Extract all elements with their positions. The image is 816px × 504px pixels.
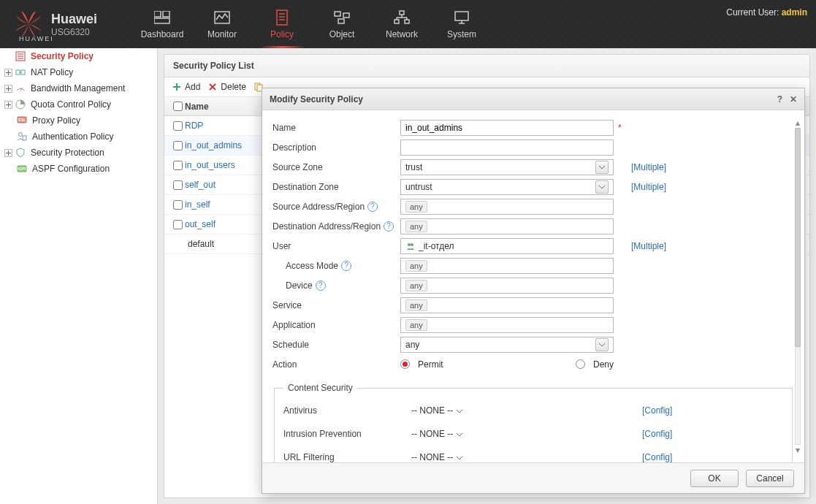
nav-system[interactable]: System	[432, 0, 492, 48]
nav-label: Policy	[270, 29, 294, 39]
delete-label: Delete	[221, 82, 246, 92]
expand-icon[interactable]	[3, 83, 13, 93]
ips-select[interactable]: -- NONE --	[411, 429, 625, 439]
svg-rect-4	[277, 10, 287, 25]
sidebar-item-aspf[interactable]: ASPF ASPF Configuration	[0, 161, 157, 177]
expand-icon[interactable]	[3, 148, 13, 158]
application-input[interactable]: any	[400, 317, 614, 333]
sidebar-item-label: Proxy Policy	[32, 115, 80, 126]
sidebar-item-proxy[interactable]: SSL Proxy Policy	[0, 112, 157, 129]
sidebar-item-bandwidth[interactable]: Bandwidth Management	[0, 80, 157, 96]
expand-icon[interactable]	[3, 99, 13, 110]
svg-rect-29	[21, 70, 25, 75]
row-checkbox[interactable]	[173, 180, 183, 190]
brand-block: Huawei USG6320	[0, 9, 110, 39]
row-checkbox[interactable]	[173, 141, 183, 150]
src-zone-label: Source Zone	[272, 162, 400, 172]
scroll-thumb[interactable]	[795, 128, 801, 347]
svg-rect-2	[154, 18, 169, 23]
nav-label: Monitor	[207, 29, 237, 39]
schedule-select[interactable]: any	[400, 337, 614, 353]
svg-text:SSL: SSL	[18, 118, 26, 122]
nav-dashboard[interactable]: Dashboard	[132, 0, 192, 48]
row-name[interactable]: in_out_users	[185, 160, 235, 170]
config-link[interactable]: [Config]	[642, 429, 672, 439]
src-zone-select[interactable]: trust	[400, 159, 614, 175]
radio-icon	[576, 359, 585, 369]
action-label: Action	[272, 359, 400, 370]
svg-text:ASPF: ASPF	[17, 167, 26, 171]
help-icon[interactable]: ?	[384, 221, 394, 232]
antivirus-select[interactable]: -- NONE --	[411, 405, 625, 416]
help-icon[interactable]: ?	[367, 202, 378, 212]
scroll-down-icon[interactable]: ▾	[793, 445, 803, 455]
cancel-button[interactable]: Cancel	[746, 470, 794, 487]
svg-rect-11	[400, 11, 404, 15]
scroll-up-icon[interactable]: ▴	[793, 118, 803, 128]
shield-icon	[15, 147, 26, 159]
select-all-checkbox[interactable]	[173, 102, 183, 111]
vertical-scrollbar[interactable]: ▴ ▾	[793, 118, 803, 455]
help-icon[interactable]: ?	[316, 280, 326, 291]
config-link[interactable]: [Config]	[642, 405, 672, 416]
radio-icon	[400, 359, 410, 369]
action-deny-radio[interactable]: Deny	[576, 359, 614, 370]
description-input[interactable]	[400, 140, 614, 156]
ok-button[interactable]: OK	[690, 470, 739, 487]
expand-icon[interactable]	[3, 67, 13, 77]
dialog-header[interactable]: Modify Security Policy ? ✕	[262, 88, 804, 110]
nav-policy[interactable]: Policy	[252, 0, 312, 48]
close-icon[interactable]: ✕	[790, 94, 797, 104]
help-icon[interactable]: ?	[341, 261, 351, 271]
user-input[interactable]: _it-отдел	[400, 238, 614, 254]
nav-network[interactable]: Network	[372, 0, 432, 48]
row-name[interactable]: default	[185, 239, 214, 249]
sidebar-item-auth[interactable]: Authentication Policy	[0, 129, 157, 145]
action-permit-radio[interactable]: Permit	[400, 359, 443, 370]
service-input[interactable]: any	[400, 297, 614, 313]
svg-rect-9	[343, 13, 349, 18]
chevron-down-icon	[456, 452, 463, 462]
content-security-legend: Content Security	[283, 383, 357, 393]
src-addr-input[interactable]: any	[400, 199, 614, 215]
row-checkbox[interactable]	[173, 121, 183, 131]
row-name[interactable]: out_self	[185, 219, 216, 229]
name-input[interactable]	[400, 120, 614, 136]
add-button[interactable]: Add	[172, 82, 200, 92]
dialog-body: Name * Description Source Zone trust [Mu…	[262, 110, 804, 462]
nav-label: Dashboard	[141, 29, 184, 39]
dst-zone-select[interactable]: untrust	[400, 179, 614, 195]
help-icon[interactable]: ?	[777, 94, 782, 104]
nav-object[interactable]: Object	[312, 0, 372, 48]
config-link[interactable]: [Config]	[642, 452, 672, 462]
delete-icon	[207, 82, 218, 92]
sidebar-item-quota[interactable]: Quota Control Policy	[0, 96, 157, 112]
nat-icon	[15, 66, 26, 78]
current-user-label: Current User:	[726, 7, 779, 18]
row-checkbox[interactable]	[173, 220, 183, 229]
name-label: Name	[272, 123, 400, 133]
sidebar-item-security-protection[interactable]: Security Protection	[0, 145, 157, 161]
row-name[interactable]: self_out	[185, 180, 216, 190]
multiple-link[interactable]: [Multiple]	[631, 182, 666, 192]
multiple-link[interactable]: [Multiple]	[631, 162, 666, 172]
row-name[interactable]: in_out_admins	[185, 140, 242, 150]
dashboard-icon	[153, 9, 171, 26]
row-name[interactable]: in_self	[185, 199, 210, 210]
row-name[interactable]: RDP	[185, 121, 203, 131]
access-mode-input[interactable]: any	[400, 258, 614, 274]
policy-icon	[273, 9, 291, 26]
row-checkbox[interactable]	[173, 161, 183, 170]
antivirus-value: -- NONE --	[411, 405, 453, 416]
delete-button[interactable]: Delete	[207, 82, 246, 92]
nav-monitor[interactable]: Monitor	[192, 0, 252, 48]
row-checkbox[interactable]	[173, 200, 183, 210]
sidebar-item-security-policy[interactable]: Security Policy	[0, 48, 157, 64]
dst-addr-input[interactable]: any	[400, 218, 614, 234]
sidebar-item-nat-policy[interactable]: NAT Policy	[0, 64, 157, 80]
multiple-link[interactable]: [Multiple]	[631, 241, 666, 251]
required-indicator: *	[618, 123, 622, 133]
device-input[interactable]: any	[400, 278, 614, 294]
svg-rect-18	[455, 12, 468, 20]
url-select[interactable]: -- NONE --	[411, 452, 625, 462]
